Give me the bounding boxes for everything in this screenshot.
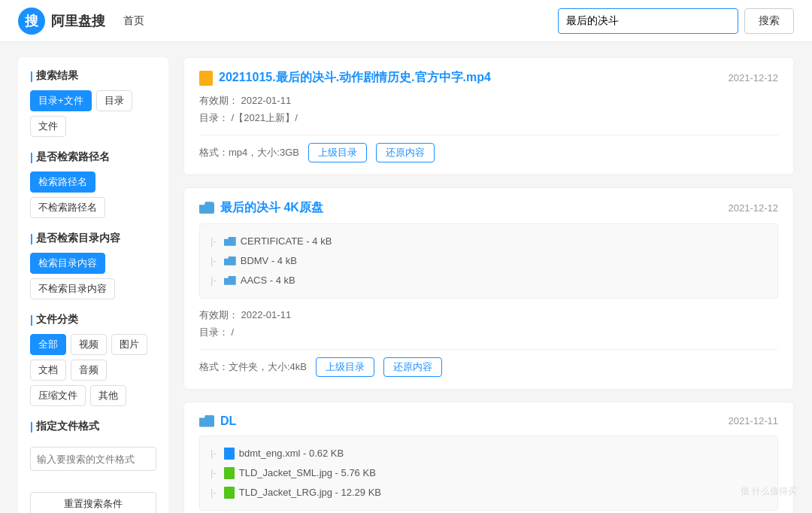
file-type-section: 文件分类 全部 视频 图片 文档 音频 压缩文件 其他	[30, 313, 156, 406]
file-type-archive[interactable]: 压缩文件	[30, 385, 86, 406]
dir-row: |- CERTIFICATE - 4 kB	[211, 232, 767, 251]
dir-item-name: TLD_Jacket_SML.jpg - 5.76 KB	[239, 463, 376, 483]
file-type-doc[interactable]: 文档	[30, 360, 66, 381]
dir-item-name: bdmt_eng.xml - 0.62 KB	[239, 444, 344, 463]
dir-row: |- TLD_Jacket_LRG.jpg - 12.29 KB	[211, 483, 767, 502]
dir-content: |- bdmt_eng.xml - 0.62 KB |- TLD_Jacket_…	[199, 436, 778, 511]
logo-text: 阿里盘搜	[51, 12, 105, 30]
result-item: 20211015.最后的决斗.动作剧情历史.官方中字.mp4 2021-12-1…	[183, 57, 794, 175]
format-info: 格式：文件夹，大小:4kB	[199, 360, 307, 374]
search-input[interactable]	[558, 8, 738, 34]
result-meta: 有效期： 2022-01-11 目录： /	[199, 306, 778, 341]
reset-button[interactable]: 重置搜索条件	[30, 492, 156, 513]
result-date: 2021-12-11	[729, 415, 779, 426]
dir-search-yes[interactable]: 检索目录内容	[30, 253, 105, 274]
format-section: 指定文件格式	[30, 420, 156, 471]
result-item: 最后的决斗 4K原盘 2021-12-12 |- CERTIFICATE - 4…	[183, 187, 794, 390]
dir-search-title: 是否检索目录内容	[30, 232, 156, 245]
dir-search-btn-group: 检索目录内容 不检索目录内容	[30, 253, 156, 299]
dir-item-name: AACS - 4 kB	[241, 271, 295, 290]
folder-icon-sm	[224, 256, 236, 266]
file-type-video[interactable]: 视频	[71, 334, 107, 355]
result-title[interactable]: 最后的决斗 4K原盘	[199, 200, 323, 216]
dir-path: 目录： /【2021上新】/	[199, 109, 778, 126]
parent-dir-btn[interactable]: 上级目录	[316, 357, 374, 377]
dir-path: 目录： /	[199, 323, 778, 341]
dir-item-name: BDMV - 4 kB	[241, 251, 297, 271]
folder-icon	[199, 415, 214, 427]
file-icon-green	[224, 487, 235, 499]
path-btn-group: 检索路径名 不检索路径名	[30, 172, 156, 218]
pipe: |-	[211, 483, 217, 502]
dir-row: |- TLD_Jacket_SML.jpg - 5.76 KB	[211, 463, 767, 483]
file-type-other[interactable]: 其他	[90, 385, 126, 406]
logo-icon: 搜	[18, 8, 45, 35]
search-button[interactable]: 搜索	[744, 8, 794, 34]
restore-btn[interactable]: 还原内容	[383, 357, 442, 377]
file-type-image[interactable]: 图片	[111, 334, 147, 355]
results-list: 20211015.最后的决斗.动作剧情历史.官方中字.mp4 2021-12-1…	[183, 57, 794, 513]
file-type-audio[interactable]: 音频	[71, 360, 107, 381]
file-type-title: 文件分类	[30, 313, 156, 326]
filter-title: 搜索结果	[30, 69, 156, 83]
file-icon-green	[224, 467, 235, 479]
result-title[interactable]: 20211015.最后的决斗.动作剧情历史.官方中字.mp4	[199, 70, 491, 86]
result-footer: 格式：mp4，大小:3GB 上级目录 还原内容	[199, 135, 778, 162]
dir-content: |- CERTIFICATE - 4 kB |- BDMV - 4 kB |- …	[199, 223, 778, 299]
result-footer: 格式：文件夹，大小:4kB 上级目录 还原内容	[199, 349, 778, 377]
validity: 有效期： 2022-01-11	[199, 306, 778, 323]
dir-search-section: 是否检索目录内容 检索目录内容 不检索目录内容	[30, 232, 156, 299]
watermark: 值 什么值得买	[741, 485, 797, 498]
folder-icon	[199, 202, 214, 214]
main-layout: 搜索结果 目录+文件 目录 文件 是否检索路径名 检索路径名 不检索路径名 是否…	[0, 42, 812, 513]
result-date: 2021-12-12	[729, 202, 779, 214]
result-title-text: 最后的决斗 4K原盘	[220, 200, 323, 216]
result-header: 20211015.最后的决斗.动作剧情历史.官方中字.mp4 2021-12-1…	[199, 70, 778, 86]
nav-home[interactable]: 首页	[123, 14, 144, 28]
file-icon-blue	[224, 448, 235, 460]
file-type-btn-group: 全部 视频 图片 文档 音频 压缩文件 其他	[30, 334, 156, 406]
validity: 有效期： 2022-01-11	[199, 92, 778, 109]
result-header: 最后的决斗 4K原盘 2021-12-12	[199, 200, 778, 216]
result-date: 2021-12-12	[729, 72, 779, 83]
filter-btn-dir[interactable]: 目录	[96, 90, 132, 111]
pipe: |-	[211, 251, 217, 271]
result-header: DL 2021-12-11	[199, 414, 778, 428]
result-title-text: DL	[220, 414, 236, 428]
parent-dir-btn[interactable]: 上级目录	[308, 143, 367, 162]
filter-section: 搜索结果 目录+文件 目录 文件	[30, 69, 156, 137]
path-search-no[interactable]: 不检索路径名	[30, 197, 105, 218]
result-title-text: 20211015.最后的决斗.动作剧情历史.官方中字.mp4	[219, 70, 491, 86]
path-title: 是否检索路径名	[30, 150, 156, 164]
path-search-yes[interactable]: 检索路径名	[30, 172, 95, 193]
folder-icon-sm	[224, 276, 236, 285]
folder-icon-sm	[224, 237, 236, 246]
format-title: 指定文件格式	[30, 420, 156, 433]
path-section: 是否检索路径名 检索路径名 不检索路径名	[30, 150, 156, 218]
pipe: |-	[211, 232, 217, 251]
format-input[interactable]	[30, 447, 156, 471]
dir-row: |- bdmt_eng.xml - 0.62 KB	[211, 444, 767, 463]
filter-btn-group: 目录+文件 目录 文件	[30, 90, 156, 137]
result-item: DL 2021-12-11 |- bdmt_eng.xml - 0.62 KB …	[183, 402, 794, 513]
filter-btn-file[interactable]: 文件	[30, 116, 66, 137]
logo: 搜 阿里盘搜	[18, 8, 105, 35]
sidebar: 搜索结果 目录+文件 目录 文件 是否检索路径名 检索路径名 不检索路径名 是否…	[18, 57, 168, 513]
dir-search-no[interactable]: 不检索目录内容	[30, 278, 115, 299]
result-title[interactable]: DL	[199, 414, 236, 428]
dir-row: |- BDMV - 4 kB	[211, 251, 767, 271]
search-area: 搜索	[558, 8, 794, 34]
result-meta: 有效期： 2022-01-11 目录： /【2021上新】/	[199, 92, 778, 127]
dir-item-name: TLD_Jacket_LRG.jpg - 12.29 KB	[239, 483, 381, 502]
doc-icon	[199, 71, 213, 86]
file-type-all[interactable]: 全部	[30, 334, 66, 355]
restore-btn[interactable]: 还原内容	[376, 143, 435, 162]
filter-btn-all[interactable]: 目录+文件	[30, 90, 92, 111]
pipe: |-	[211, 271, 217, 290]
dir-item-name: CERTIFICATE - 4 kB	[241, 232, 332, 251]
pipe: |-	[211, 463, 217, 483]
pipe: |-	[211, 444, 217, 463]
dir-row: |- AACS - 4 kB	[211, 271, 767, 290]
format-info: 格式：mp4，大小:3GB	[199, 146, 299, 159]
